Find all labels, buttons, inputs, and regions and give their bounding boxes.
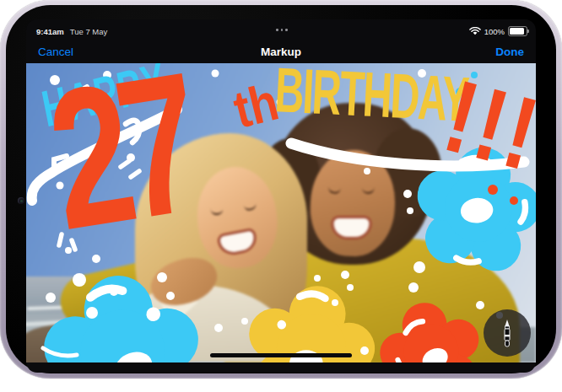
page-title: Markup	[38, 46, 524, 58]
markup-canvas[interactable]: HAPPY 27 th BIRTHDAY !!!	[26, 63, 536, 362]
pen-tool-button[interactable]	[484, 309, 531, 357]
front-camera-icon	[18, 197, 24, 204]
markup-nav-bar: Cancel Markup Done	[38, 41, 524, 62]
ipad-device: 9:41am Tue 7 May 100% Cancel Mar	[0, 0, 562, 379]
multitasking-indicator-icon[interactable]	[36, 29, 527, 31]
marker-pen-icon	[500, 318, 514, 348]
home-indicator[interactable]	[210, 353, 352, 357]
ipad-screen: 9:41am Tue 7 May 100% Cancel Mar	[26, 19, 536, 373]
battery-icon	[508, 26, 527, 36]
flower-doodle-blue-left	[37, 266, 208, 362]
status-bar: 9:41am Tue 7 May 100%	[36, 24, 527, 38]
doodle-text-birthday: BIRTHDAY	[273, 63, 469, 132]
